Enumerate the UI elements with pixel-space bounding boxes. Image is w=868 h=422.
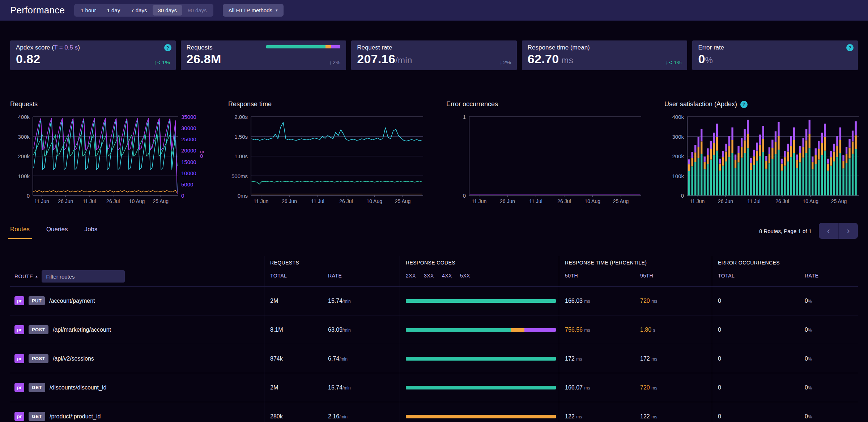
- route-path[interactable]: /discounts/discount_id: [50, 384, 106, 391]
- chart-title: Requests: [10, 100, 38, 108]
- plot-area: 11 Jun26 Jun11 Jul26 Jul10 Aug25 Aug: [33, 114, 178, 204]
- svg-text:26 Jul: 26 Jul: [775, 198, 789, 204]
- col-3xx[interactable]: 3XX: [424, 273, 434, 279]
- stat-card-title: Request rate: [357, 44, 511, 51]
- response-time-cell: 172 ms172 ms: [559, 344, 712, 373]
- help-icon[interactable]: ?: [164, 44, 171, 51]
- chart-requests: Requests400k300k200k100k011 Jun26 Jun11 …: [10, 100, 205, 204]
- col-4xx[interactable]: 4XX: [442, 273, 452, 279]
- group-label-spacer: [10, 260, 264, 266]
- route-header-label[interactable]: ROUTE: [14, 274, 33, 279]
- range-1-hour[interactable]: 1 hour: [75, 5, 102, 16]
- group-label: ERROR OCCURRENCES: [712, 260, 858, 266]
- error-rate: 0%: [805, 327, 858, 333]
- help-icon[interactable]: ?: [846, 44, 854, 51]
- response-codes-bar: [406, 357, 556, 361]
- trend-indicator: ↓2%: [329, 59, 340, 65]
- svg-text:11 Jul: 11 Jul: [83, 198, 96, 204]
- route-cell: prPUT/account/payment: [10, 287, 264, 315]
- tab-queries[interactable]: Queries: [46, 226, 68, 239]
- col-5xx[interactable]: 5XX: [460, 273, 470, 279]
- group-label: REQUESTS: [264, 260, 400, 266]
- stat-card-title: Error rate: [698, 44, 852, 51]
- route-row[interactable]: prPUT/account/payment2M15.74/min166.03 m…: [10, 287, 858, 315]
- chart-title: Error occurrences: [446, 100, 498, 108]
- stat-card-title: Response time (mean): [528, 44, 682, 51]
- group-label: RESPONSE CODES: [400, 260, 559, 266]
- tabs: Routes Queries Jobs: [10, 226, 97, 239]
- response-time-cell: 166.07 ms720 ms: [559, 373, 712, 402]
- range-1-day[interactable]: 1 day: [102, 5, 126, 16]
- requests-rate: 15.74/min: [328, 298, 400, 304]
- table-header: ROUTE ▲ REQUESTS TOTAL RATE RESPONSE COD…: [10, 256, 858, 287]
- filter-routes-input[interactable]: [42, 270, 125, 283]
- col-err-rate[interactable]: RATE: [805, 273, 858, 279]
- svg-text:10 Aug: 10 Aug: [129, 198, 145, 204]
- range-90-days[interactable]: 90 days: [182, 5, 212, 16]
- error-occurrences-cell: 00%: [712, 344, 858, 373]
- http-method-filter[interactable]: All HTTP methods ▾: [223, 4, 284, 17]
- prev-page-button[interactable]: ‹: [819, 223, 839, 239]
- error-occurrences-cell: 00%: [712, 373, 858, 402]
- svg-text:11 Jun: 11 Jun: [690, 198, 705, 204]
- percentile-value: 756.56 ms: [565, 327, 640, 333]
- svg-text:10 Aug: 10 Aug: [366, 198, 382, 204]
- response-time-cell: 756.56 ms1.80 s: [559, 315, 712, 344]
- chart-user-satisfaction-apdex: User satisfaction (Apdex)?400k300k200k10…: [664, 100, 859, 204]
- range-30-days[interactable]: 30 days: [153, 5, 183, 16]
- percentile-value: 172 ms: [565, 356, 640, 362]
- requests-total: 2M: [270, 384, 328, 391]
- response-codes-column-header: RESPONSE CODES 2XX 3XX 4XX 5XX: [400, 256, 559, 286]
- route-path[interactable]: /api/v2/sessions: [53, 356, 94, 362]
- svg-text:26 Jun: 26 Jun: [282, 198, 297, 204]
- main: Apdex score (T = 0.5 s)0.82?↑< 1%Request…: [0, 40, 868, 422]
- col-50th[interactable]: 50TH: [565, 273, 640, 279]
- col-total[interactable]: TOTAL: [270, 273, 328, 279]
- table-toolbar: Routes Queries Jobs 8 Routes, Page 1 of …: [10, 223, 858, 242]
- col-2xx[interactable]: 2XX: [406, 273, 416, 279]
- svg-text:10 Aug: 10 Aug: [803, 198, 818, 204]
- chart-title: User satisfaction (Apdex): [664, 100, 737, 108]
- stat-card-value: 0%: [698, 52, 852, 66]
- y-axis-labels: 400k300k200k100k0: [664, 114, 687, 195]
- chart-response-time: Response time2.00s1.50s1.00s500ms0ms11 J…: [228, 100, 423, 204]
- requests-rate: 2.16/min: [328, 413, 400, 420]
- svg-text:26 Jul: 26 Jul: [339, 198, 353, 204]
- route-path[interactable]: /account/payment: [49, 298, 95, 304]
- svg-text:10 Aug: 10 Aug: [584, 198, 600, 204]
- topbar: Performance 1 hour 1 day 7 days 30 days …: [0, 0, 868, 21]
- col-err-total[interactable]: TOTAL: [718, 273, 805, 279]
- col-rate[interactable]: RATE: [328, 273, 400, 279]
- stat-card-response-time-mean: Response time (mean)62.70 ms↓< 1%: [522, 40, 688, 70]
- tab-routes[interactable]: Routes: [10, 226, 30, 239]
- next-page-button[interactable]: ›: [839, 223, 858, 239]
- svg-text:26 Jul: 26 Jul: [106, 198, 120, 204]
- route-row[interactable]: prGET/product/:product_id280k2.16/min122…: [10, 402, 858, 422]
- route-row[interactable]: prPOST/api/v2/sessions874k6.74/min172 ms…: [10, 344, 858, 373]
- range-7-days[interactable]: 7 days: [125, 5, 152, 16]
- col-95th[interactable]: 95TH: [640, 273, 712, 279]
- chart-title: Response time: [228, 100, 272, 108]
- pagination-area: 8 Routes, Page 1 of 1 ‹ ›: [759, 223, 858, 242]
- scope-badge: pr: [14, 354, 24, 363]
- stat-card-value: 0.82: [16, 52, 170, 66]
- route-path[interactable]: /api/marketing/account: [53, 327, 111, 333]
- help-icon[interactable]: ?: [740, 101, 748, 108]
- route-row[interactable]: prPOST/api/marketing/account8.1M63.09/mi…: [10, 315, 858, 344]
- tab-jobs[interactable]: Jobs: [84, 226, 97, 239]
- svg-text:26 Jun: 26 Jun: [58, 198, 73, 204]
- y-axis-labels: 2.00s1.50s1.00s500ms0ms: [228, 114, 251, 195]
- route-cell: prPOST/api/v2/sessions: [10, 344, 264, 373]
- route-path[interactable]: /product/:product_id: [50, 413, 101, 420]
- response-codes-minibar: [266, 45, 340, 48]
- route-row[interactable]: prGET/discounts/discount_id2M15.74/min16…: [10, 373, 858, 402]
- error-rate: 0%: [805, 298, 858, 304]
- response-codes-bar: [406, 386, 556, 389]
- error-occurrences-cell: 00%: [712, 287, 858, 315]
- routes-table: ROUTE ▲ REQUESTS TOTAL RATE RESPONSE COD…: [10, 256, 858, 422]
- plot-area: 11 Jun26 Jun11 Jul26 Jul10 Aug25 Aug: [469, 114, 641, 204]
- requests-cell: 8.1M63.09/min: [264, 315, 400, 344]
- response-time-cell: 166.03 ms720 ms: [559, 287, 712, 315]
- response-codes-cell: [400, 373, 559, 402]
- method-badge: POST: [29, 325, 48, 334]
